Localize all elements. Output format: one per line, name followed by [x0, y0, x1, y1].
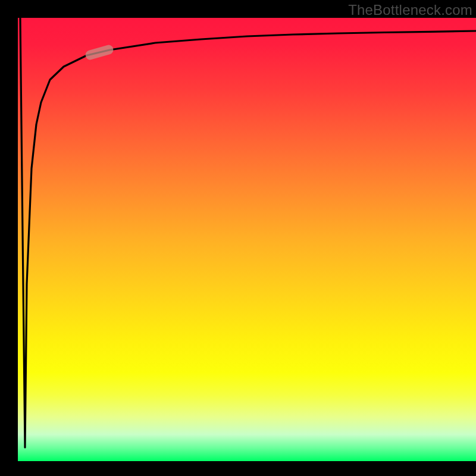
- bottleneck-curve: [20, 18, 476, 447]
- plot-area: [18, 18, 476, 461]
- curve-layer: [18, 18, 476, 461]
- curve-marker: [84, 44, 115, 61]
- attribution-text: TheBottleneck.com: [348, 2, 472, 18]
- svg-rect-0: [84, 44, 115, 61]
- chart-stage: TheBottleneck.com: [0, 0, 476, 476]
